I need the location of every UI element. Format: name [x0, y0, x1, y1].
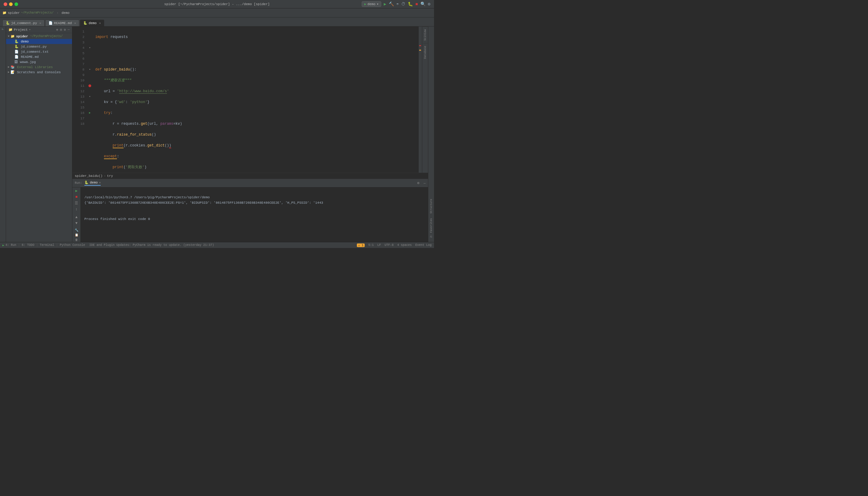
todo-status-btn[interactable]: 6: TODO: [22, 244, 34, 247]
run-tools-btn[interactable]: 🔧: [75, 229, 78, 232]
fullscreen-button[interactable]: [14, 2, 18, 6]
run-stop-btn[interactable]: ■: [75, 195, 77, 199]
tree-item-wawa[interactable]: 🖼 wawa.jpg: [6, 59, 72, 64]
breakpoint-11[interactable]: ⬤: [88, 83, 92, 89]
line-13: print('爬取失败'): [95, 165, 146, 169]
code-container: 1 2 3 4 5 6 7 8 9 10 11 12 13 14: [72, 27, 428, 173]
run-output: /usr/local/bin/python3.7 /Users/pig/Pych…: [81, 187, 428, 242]
tree-item-readme[interactable]: 📄 README.md: [6, 54, 72, 59]
run-settings-icon[interactable]: ⚙: [417, 181, 419, 185]
run-scroll-btn[interactable]: ↕: [75, 207, 77, 212]
run-button[interactable]: ▶: [384, 1, 386, 6]
tab-jd-comment[interactable]: 🐍 jd_comment.py ✕: [2, 19, 45, 26]
python-console-label: Python Console: [60, 244, 85, 247]
fold-arrow-8[interactable]: ▾: [88, 67, 92, 72]
run-sidebar: ▶ ■ ☰ ↕ ▲ ▼ 🔧 📋 🗑: [72, 187, 81, 242]
settings-icon[interactable]: ⚙: [428, 1, 430, 6]
code-editor[interactable]: import requests def spider_baidu(): """爬…: [93, 27, 418, 173]
left-strip-project[interactable]: P: [1, 27, 5, 31]
project-tree: ▼ 📁 spider ~/PycharmProjects/ 🐍 demo 🐍 j…: [6, 33, 72, 242]
run-config-selector[interactable]: ▶ demo ▾: [362, 1, 382, 7]
collapse-icon[interactable]: ⊟: [60, 28, 62, 32]
tree-label-spider: spider: [16, 35, 28, 38]
python-console-btn[interactable]: Python Console: [60, 244, 85, 247]
run-tab-demo[interactable]: 🐍 demo ✕: [84, 181, 100, 186]
project-path: ~/PycharmProjects/: [21, 11, 53, 14]
tree-arrow-spider: ▼: [8, 35, 9, 38]
tree-path-spider: ~/PycharmProjects/: [30, 35, 63, 38]
gutter-11: ⬤: [88, 83, 92, 89]
run-panel: Run: 🐍 demo ✕ ⚙ — ▶ ■ ☰ ↕: [72, 179, 428, 242]
terminal-status-btn[interactable]: Terminal: [40, 244, 54, 247]
new-file-icon[interactable]: ⊕: [56, 28, 59, 32]
tree-icon-readme: 📄: [14, 55, 19, 59]
module-label: demo: [61, 11, 69, 15]
stop-button[interactable]: ■: [415, 2, 418, 6]
line-1: import requests: [95, 35, 128, 39]
run-tab-bar: Run: 🐍 demo ✕ ⚙ —: [72, 179, 428, 187]
build-button[interactable]: 🔨: [389, 1, 394, 6]
tab-jd-comment-close[interactable]: ✕: [40, 21, 41, 25]
run-trash-btn[interactable]: 🗑: [75, 238, 78, 242]
run-config-icon: ▶: [365, 2, 367, 6]
gutter-6: [88, 56, 92, 61]
breadcrumb-block: try: [107, 174, 113, 178]
tab-readme[interactable]: 📄 README.md ✕: [45, 19, 79, 26]
tab-bar: 🐍 jd_comment.py ✕ 📄 README.md ✕ 🐍 demo ✕: [0, 17, 434, 27]
run-minimize-icon[interactable]: —: [423, 182, 425, 185]
fold-arrow-4[interactable]: ▾: [88, 45, 92, 51]
structure-tab[interactable]: Structure: [429, 197, 433, 215]
breadcrumb-sep: ›: [104, 174, 106, 178]
profile-button[interactable]: ⏱: [401, 2, 405, 6]
tree-label-scratches: Scratches and Consoles: [17, 71, 61, 74]
tab-demo[interactable]: 🐍 demo ✕: [80, 19, 104, 26]
run-list-btn[interactable]: ☰: [75, 201, 78, 205]
tree-item-scratches[interactable]: ► 📝 Scratches and Consoles: [6, 69, 72, 75]
tree-item-demo[interactable]: 🐍 demo: [6, 39, 72, 44]
tree-icon-ext: 📚: [11, 65, 15, 69]
tab-jd-comment-label: jd_comment.py: [11, 21, 37, 25]
settings-gear-icon[interactable]: ⚙: [64, 28, 66, 32]
toolbar-right: ▶ demo ▾ ▶ 🔨 ☂ ⏱ 🐛 ■ 🔍 ⚙: [362, 1, 430, 7]
gutter-14: [88, 99, 92, 105]
module-nav[interactable]: demo: [61, 11, 69, 15]
gutter-8: ▾: [88, 67, 92, 72]
tree-item-jd-comment-txt[interactable]: 📄 jd_comment.txt: [6, 49, 72, 54]
run-play-btn[interactable]: ▶: [75, 189, 77, 193]
warnings-badge: ⚠ 1: [357, 244, 365, 247]
tab-demo-close[interactable]: ✕: [99, 21, 101, 25]
tree-label-ext: External Libraries: [17, 65, 53, 69]
run-status-btn[interactable]: ▶ 4: Run: [2, 244, 16, 247]
tree-item-jd-comment-py[interactable]: 🐍 jd_comment.py: [6, 44, 72, 49]
run-tab-demo-close[interactable]: ✕: [99, 181, 100, 184]
gutter-3: [88, 40, 92, 45]
scrollbar-marks: [418, 27, 422, 173]
ln-16: 16: [72, 110, 84, 116]
project-nav[interactable]: 📁 spider ~/PycharmProjects/: [2, 11, 53, 15]
gutter-16: ▶: [88, 110, 92, 116]
gutter-9: [88, 72, 92, 78]
run-up-btn[interactable]: ▲: [75, 215, 77, 219]
run-down-btn[interactable]: ▼: [75, 221, 77, 226]
search-icon[interactable]: 🔍: [420, 1, 425, 6]
tree-item-external-libs[interactable]: ► 📚 External Libraries: [6, 64, 72, 69]
debug-button[interactable]: 🐛: [408, 1, 413, 6]
tab-readme-close[interactable]: ✕: [74, 21, 76, 25]
coverage-button[interactable]: ☂: [396, 1, 399, 6]
app-window: spider [~/PycharmProjects/spider] - .../…: [0, 0, 434, 248]
run-filter-btn[interactable]: 📋: [75, 233, 78, 237]
event-log-btn[interactable]: Event Log: [415, 244, 432, 247]
fold-arrow-13[interactable]: ▾: [88, 94, 92, 99]
close-button[interactable]: [4, 2, 7, 6]
ln-5: 5: [72, 51, 84, 56]
gutter-13: ▾: [88, 94, 92, 99]
hide-panel-icon[interactable]: —: [67, 28, 69, 32]
favorites-tab[interactable]: 2: Favorites: [429, 216, 433, 239]
tree-item-spider-root[interactable]: ▼ 📁 spider ~/PycharmProjects/: [6, 34, 72, 39]
minimize-button[interactable]: [9, 2, 13, 6]
run-arrow-16[interactable]: ▶: [88, 110, 92, 116]
tree-label-jd-comment-py: jd_comment.py: [21, 45, 47, 48]
sciview-tab[interactable]: SciView: [423, 27, 428, 43]
database-tab[interactable]: Database: [423, 43, 428, 61]
tree-arrow-scratches: ►: [8, 71, 9, 74]
